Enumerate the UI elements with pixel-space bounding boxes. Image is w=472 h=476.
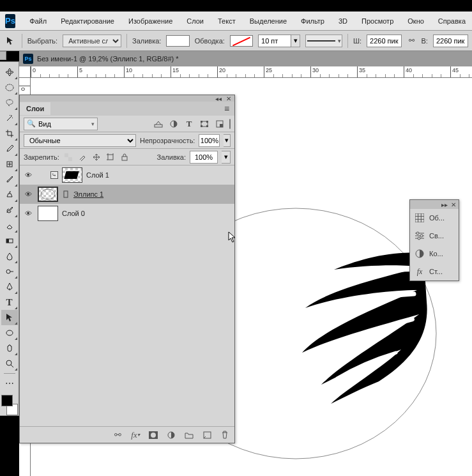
- foreground-color[interactable]: [1, 395, 13, 406]
- edit-toolbar-icon[interactable]: ⋯: [1, 376, 18, 391]
- layers-tab[interactable]: Слои: [20, 102, 50, 115]
- select-dropdown[interactable]: Активные слои: [63, 35, 121, 47]
- menu-edit[interactable]: Редактирование: [54, 15, 121, 27]
- chevron-down-icon[interactable]: ▾: [224, 134, 231, 147]
- filter-adjustment-icon[interactable]: [168, 118, 179, 130]
- new-layer-icon[interactable]: [201, 429, 213, 441]
- fill-opacity-field[interactable]: 100%: [190, 151, 218, 164]
- layer-name[interactable]: Слой 1: [86, 171, 109, 179]
- svg-point-20: [41, 189, 55, 199]
- chevron-down-icon[interactable]: ▾: [222, 151, 231, 164]
- close-icon[interactable]: ✕: [225, 95, 232, 102]
- menu-select[interactable]: Выделение: [243, 15, 293, 27]
- layer-filter-dropdown[interactable]: 🔍 Вид ▾: [24, 118, 98, 130]
- crop-tool[interactable]: [1, 126, 18, 141]
- visibility-icon[interactable]: 👁: [22, 188, 34, 200]
- path-selection-tool-icon[interactable]: [4, 34, 17, 48]
- swatches-panel-button[interactable]: Об...: [410, 209, 459, 227]
- zoom-tool[interactable]: [1, 356, 18, 371]
- filter-shape-icon[interactable]: [199, 118, 210, 130]
- height-field[interactable]: 2260 пик: [433, 35, 468, 47]
- svg-rect-15: [220, 124, 223, 127]
- ruler-origin[interactable]: [19, 66, 31, 78]
- expand-icon[interactable]: ▸▸: [441, 201, 448, 208]
- gradient-tool[interactable]: [1, 233, 18, 249]
- layer-thumbnail[interactable]: [38, 206, 58, 221]
- link-icon[interactable]: ⚯: [407, 36, 416, 46]
- new-group-icon[interactable]: [183, 429, 195, 441]
- properties-panel-button[interactable]: Св...: [410, 227, 459, 245]
- menu-window[interactable]: Окно: [401, 15, 430, 27]
- menu-image[interactable]: Изображение: [122, 15, 179, 27]
- filter-toggle[interactable]: [229, 119, 231, 129]
- path-selection-tool[interactable]: [1, 310, 18, 325]
- horizontal-ruler[interactable]: 051015202530354045: [31, 66, 472, 78]
- lasso-tool[interactable]: [1, 95, 18, 111]
- document-tab[interactable]: Ps Без имени-1 @ 19,2% (Эллипс 1, RGB/8#…: [19, 51, 472, 66]
- filter-pixel-icon[interactable]: [153, 118, 164, 130]
- filter-smart-icon[interactable]: [214, 118, 225, 130]
- lock-position-icon[interactable]: [91, 152, 102, 162]
- menu-filter[interactable]: Фильтр: [294, 15, 331, 27]
- vector-mask-link-icon[interactable]: [62, 188, 70, 200]
- adjustments-panel-button[interactable]: Ко...: [410, 245, 459, 263]
- svg-rect-19: [122, 157, 127, 160]
- menu-view[interactable]: Просмотр: [355, 15, 400, 27]
- layer-effects-icon[interactable]: fx▾: [130, 429, 141, 441]
- hand-tool[interactable]: [1, 341, 18, 356]
- layer-name[interactable]: Эллипс 1: [73, 190, 103, 198]
- fill-swatch[interactable]: [166, 35, 189, 47]
- menu-help[interactable]: Справка: [432, 15, 472, 27]
- close-icon[interactable]: ✕: [450, 201, 457, 208]
- visibility-icon[interactable]: 👁: [22, 169, 34, 181]
- layer-thumbnail[interactable]: [62, 167, 82, 183]
- styles-panel-button[interactable]: fx Ст...: [410, 263, 459, 280]
- lock-transparency-icon[interactable]: [63, 152, 73, 162]
- mini-panel-header[interactable]: ▸▸ ✕: [410, 200, 459, 209]
- marquee-tool[interactable]: [1, 80, 18, 95]
- eraser-tool[interactable]: [1, 218, 18, 233]
- width-field[interactable]: 2260 пик: [367, 35, 402, 47]
- menu-3d[interactable]: 3D: [332, 15, 354, 27]
- panel-menu-icon[interactable]: ≡: [222, 104, 232, 114]
- blend-mode-dropdown[interactable]: Обычные: [24, 134, 136, 147]
- new-adjustment-icon[interactable]: [165, 429, 177, 441]
- stroke-width-field[interactable]: 10 пт ▾: [258, 35, 300, 47]
- type-tool[interactable]: T: [1, 295, 18, 310]
- layer-name[interactable]: Слой 0: [62, 210, 85, 217]
- visibility-icon[interactable]: 👁: [22, 208, 34, 219]
- layer-row[interactable]: 👁 Эллипс 1: [20, 185, 234, 204]
- menu-file[interactable]: Файл: [23, 15, 53, 27]
- lock-artboard-icon[interactable]: [105, 152, 116, 162]
- panel-header-bar[interactable]: ◂◂ ✕: [20, 95, 234, 102]
- lock-all-icon[interactable]: [119, 152, 130, 162]
- move-tool[interactable]: [1, 65, 18, 80]
- menu-type[interactable]: Текст: [211, 15, 242, 27]
- stroke-style-dropdown[interactable]: ▾: [305, 35, 342, 47]
- collapsed-dock-handle[interactable]: [0, 51, 6, 60]
- magic-wand-tool[interactable]: [1, 111, 18, 126]
- clone-stamp-tool[interactable]: [1, 187, 18, 203]
- chevron-down-icon[interactable]: ▾: [291, 35, 300, 47]
- delete-layer-icon[interactable]: [219, 429, 231, 441]
- collapse-icon[interactable]: ◂◂: [215, 95, 222, 102]
- lock-pixels-icon[interactable]: [77, 152, 88, 162]
- pen-tool[interactable]: [1, 279, 18, 295]
- dodge-tool[interactable]: [1, 264, 18, 279]
- ellipse-tool[interactable]: [1, 325, 18, 341]
- menu-layer[interactable]: Слои: [180, 15, 210, 27]
- filter-type-icon[interactable]: T: [183, 118, 195, 130]
- blur-tool[interactable]: [1, 249, 18, 264]
- opacity-field[interactable]: 100%: [199, 134, 220, 147]
- layer-thumbnail[interactable]: [38, 187, 58, 202]
- add-mask-icon[interactable]: [148, 429, 159, 441]
- layer-row[interactable]: 👁 ⤷ Слой 1: [20, 165, 234, 185]
- stroke-swatch[interactable]: [230, 35, 253, 47]
- eyedropper-tool[interactable]: [1, 141, 18, 157]
- brush-tool[interactable]: [1, 172, 18, 187]
- color-swatches[interactable]: [1, 395, 18, 415]
- history-brush-tool[interactable]: [1, 203, 18, 218]
- layer-row[interactable]: 👁 Слой 0: [20, 204, 234, 223]
- healing-brush-tool[interactable]: [1, 157, 18, 172]
- link-layers-icon[interactable]: ⚯: [112, 429, 123, 441]
